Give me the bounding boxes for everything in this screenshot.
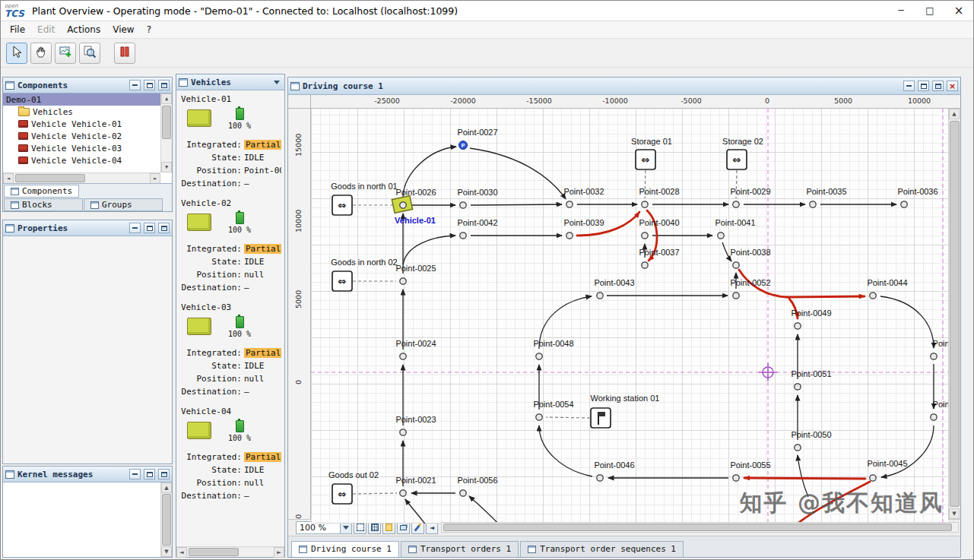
maximize-panel-button[interactable] [158,223,170,233]
float-panel-button[interactable] [918,81,929,91]
scroll-right-button[interactable] [274,547,284,558]
point-node[interactable] [642,201,648,207]
scroll-left-button[interactable] [3,173,14,183]
point-node[interactable] [733,201,739,207]
point-node[interactable] [460,490,466,496]
scroll-down-button[interactable] [161,546,172,557]
tab-groups[interactable]: Groups [84,198,163,211]
scroll-right-button[interactable] [150,173,160,183]
tree-item[interactable]: Vehicles [3,106,160,118]
point-node[interactable] [460,233,466,239]
zoom-dropdown-button[interactable] [340,522,351,533]
point-node[interactable] [733,475,739,481]
vehicle-card[interactable]: Vehicle-03100 %Integrated:PartiallyState… [176,299,284,403]
route-path-highlighted[interactable] [744,478,865,479]
menu-item-edit[interactable]: Edit [31,23,61,36]
bottom-tab-1[interactable]: Driving course 1 [291,541,399,557]
route-path-highlighted[interactable] [787,296,865,297]
point-node[interactable] [733,293,739,299]
select-tool-button[interactable] [6,43,27,64]
point-node[interactable] [460,202,466,208]
point-node[interactable] [400,353,406,359]
vehicle-card[interactable]: Vehicle-04100 %Integrated:PartiallyState… [176,403,284,507]
vehicle-card[interactable]: Vehicle-01100 %Integrated:PartiallyState… [176,90,284,195]
tree-item[interactable]: Vehicle Vehicle-03 [3,142,160,154]
maximize-panel-button[interactable] [932,81,944,91]
scroll-up-button[interactable] [949,109,960,119]
point-node[interactable] [733,262,739,268]
point-node[interactable] [810,201,816,207]
bottom-tab-3[interactable]: Transport order sequences 1 [520,541,684,557]
tree-item[interactable]: Vehicle Vehicle-01 [3,118,160,130]
tree-root-item[interactable]: Demo-01 [3,93,160,106]
point-node[interactable] [566,201,573,207]
maximize-window-button[interactable]: □ [915,1,944,21]
close-window-button[interactable]: × [944,1,973,21]
float-panel-button[interactable] [144,80,155,90]
kernel-vertical-scrollbar[interactable] [160,482,172,557]
point-node[interactable] [795,323,801,329]
maximize-panel-button[interactable] [158,80,170,90]
canvas-horizontal-scrollbar[interactable] [441,522,959,533]
find-tool-button[interactable] [79,43,100,64]
minimize-panel-button[interactable] [129,223,141,233]
course-canvas[interactable]: ⇔Storage 01⇔Storage 02⇔Goods in north 01… [311,109,948,524]
scroll-up-button[interactable] [161,482,172,493]
point-node[interactable] [642,262,648,268]
scroll-left-button[interactable] [176,547,187,558]
point-node[interactable] [795,384,801,390]
route-path[interactable] [471,204,562,205]
route-path[interactable] [403,236,455,264]
point-node[interactable] [566,233,573,239]
point-node[interactable] [870,293,876,299]
menu-item-actions[interactable]: Actions [61,23,106,36]
vehicles-horizontal-scrollbar[interactable] [176,546,284,557]
point-node[interactable] [536,414,542,420]
maximize-panel-button[interactable] [158,469,170,479]
point-node[interactable] [795,445,801,451]
route-path[interactable] [880,296,934,348]
point-node[interactable] [718,233,724,239]
scroll-down-button[interactable] [949,508,960,519]
route-path[interactable] [881,426,934,477]
tree-item[interactable]: Vehicle Vehicle-04 [3,154,160,166]
tab-components[interactable]: Components [4,185,79,198]
route-path[interactable] [469,496,500,524]
point-node[interactable] [597,475,603,481]
point-node[interactable] [597,293,603,299]
point-node[interactable] [931,353,937,359]
pause-vehicles-button[interactable] [114,43,135,64]
scroll-up-button[interactable] [161,93,172,104]
point-node[interactable] [536,353,542,359]
point-node[interactable] [870,475,876,481]
float-panel-button[interactable] [144,223,155,233]
route-path[interactable] [539,426,592,476]
bottom-tab-2[interactable]: Transport orders 1 [401,541,519,557]
point-node[interactable] [931,414,937,420]
point-node[interactable] [901,201,907,207]
tree-horizontal-scrollbar[interactable] [3,172,160,183]
route-path[interactable] [405,499,427,524]
float-panel-button[interactable] [144,469,155,479]
pan-tool-button[interactable] [30,43,52,64]
minimize-panel-button[interactable] [129,469,141,479]
menu-item-file[interactable]: File [4,23,31,36]
tree-item[interactable]: Vehicle Vehicle-02 [3,130,160,142]
tab-blocks[interactable]: Blocks [4,198,83,211]
point-node[interactable] [400,278,406,284]
minimize-panel-button[interactable] [903,81,915,91]
tree-vertical-scrollbar[interactable] [160,93,172,172]
point-node[interactable] [400,202,406,208]
close-panel-button[interactable]: × [947,81,958,91]
create-transport-order-button[interactable] [55,43,76,64]
minimize-window-button[interactable]: ─ [887,1,915,21]
canvas-vertical-scrollbar[interactable] [948,109,960,519]
point-node[interactable] [642,233,648,239]
minimize-panel-button[interactable] [129,80,141,90]
point-node[interactable] [400,429,406,435]
panel-menu-dropdown-icon[interactable] [274,81,280,84]
vehicle-card[interactable]: Vehicle-02100 %Integrated:PartiallyState… [176,195,284,299]
menu-item-view[interactable]: View [106,23,140,36]
menu-item-[interactable]: ? [141,23,157,36]
location-station[interactable] [591,408,611,428]
